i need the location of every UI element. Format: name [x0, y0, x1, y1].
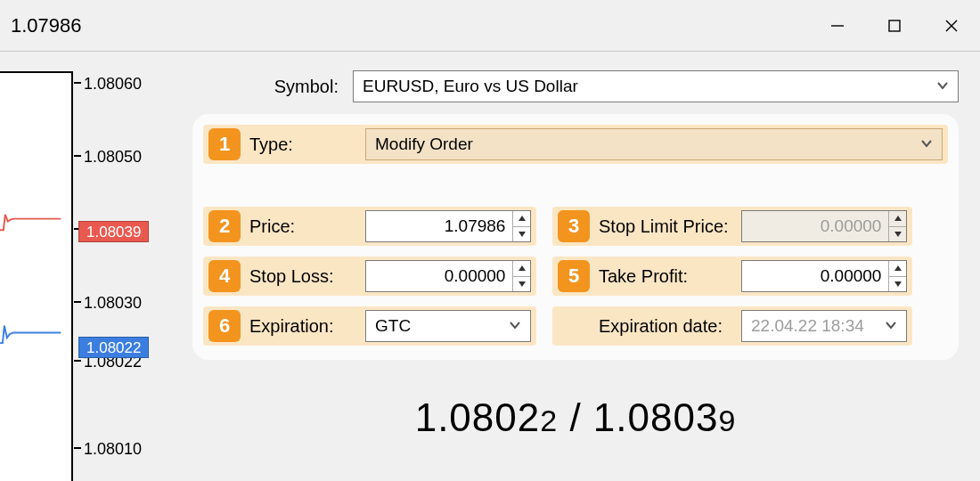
expiration-value: GTC — [375, 316, 411, 336]
step-badge-4: 4 — [208, 260, 241, 292]
titlebar: 1.07986 — [0, 0, 980, 52]
expiration-date-value: 22.04.22 18:34 — [751, 316, 864, 336]
bid-price-tag: 1.08022 — [78, 337, 149, 358]
stop-limit-price-input — [741, 210, 907, 242]
chevron-down-icon — [509, 316, 521, 336]
svg-marker-7 — [894, 232, 902, 237]
svg-marker-10 — [894, 265, 902, 271]
take-profit-label: Take Profit: — [599, 266, 732, 287]
svg-marker-9 — [519, 281, 526, 287]
step-badge-5: 5 — [558, 260, 590, 292]
chart-panel: 1.08060 1.08050 1.08040 1.08030 1.08022 … — [0, 52, 167, 481]
bid-ask-quote: 1.08022 / 1.08039 — [192, 395, 959, 440]
close-button[interactable] — [923, 0, 980, 51]
order-form: Symbol: EURUSD, Euro vs US Dollar 1 Type… — [167, 52, 980, 481]
spin-up-button[interactable] — [513, 261, 530, 277]
symbol-select[interactable]: EURUSD, Euro vs US Dollar — [353, 70, 959, 102]
y-tick-label: 1.08010 — [84, 440, 142, 459]
spin-down-button — [889, 227, 906, 242]
stop-loss-input[interactable] — [365, 260, 531, 292]
step-badge-1: 1 — [208, 128, 241, 160]
chevron-down-icon — [936, 77, 949, 96]
spin-up-button[interactable] — [889, 261, 906, 277]
bid-price-last-digit: 2 — [540, 404, 558, 437]
step-badge-6: 6 — [208, 310, 241, 342]
stop-limit-price-field — [742, 211, 888, 241]
spin-up-button — [889, 211, 906, 227]
modify-order-panel: 1 Type: Modify Order 2 Price: — [192, 114, 959, 360]
svg-rect-1 — [889, 20, 900, 31]
y-tick-label: 1.08060 — [84, 75, 142, 94]
price-row: 2 Price: 3 Stop Limit Price: — [203, 207, 948, 246]
y-tick-label: 1.08050 — [84, 148, 142, 167]
expiration-date-label: Expiration date: — [599, 316, 732, 337]
svg-marker-11 — [894, 281, 902, 287]
step-badge-3: 3 — [558, 210, 590, 242]
svg-marker-4 — [519, 216, 526, 221]
type-select[interactable]: Modify Order — [365, 128, 943, 160]
window-buttons — [809, 0, 980, 51]
window-title: 1.07986 — [11, 14, 82, 37]
price-sparkline — [0, 73, 71, 481]
stop-loss-label: Stop Loss: — [249, 266, 356, 287]
stop-limit-price-label: Stop Limit Price: — [599, 216, 732, 237]
stop-loss-field[interactable] — [366, 261, 512, 291]
svg-marker-5 — [519, 232, 526, 237]
symbol-value: EURUSD, Euro vs US Dollar — [363, 77, 578, 96]
chevron-down-icon — [920, 135, 933, 154]
expiration-date-select: 22.04.22 18:34 — [741, 310, 907, 342]
symbol-row: Symbol: EURUSD, Euro vs US Dollar — [192, 69, 959, 103]
spin-down-button[interactable] — [513, 277, 530, 292]
take-profit-input[interactable] — [741, 260, 907, 292]
spin-down-button[interactable] — [889, 277, 906, 292]
quote-separator: / — [558, 395, 593, 439]
expiration-select[interactable]: GTC — [365, 310, 531, 342]
price-input[interactable] — [365, 210, 531, 242]
type-label: Type: — [249, 135, 356, 155]
type-value: Modify Order — [375, 135, 473, 154]
expiration-row: 6 Expiration: GTC Expiration date: 22.04… — [203, 306, 948, 346]
y-tick-label: 1.08030 — [84, 294, 142, 313]
spin-up-button[interactable] — [513, 211, 530, 227]
price-field[interactable] — [366, 211, 512, 241]
minimize-button[interactable] — [809, 0, 866, 51]
chart-canvas — [0, 71, 73, 481]
chevron-down-icon — [885, 316, 897, 336]
ask-price-tag: 1.08039 — [78, 221, 149, 242]
type-row: 1 Type: Modify Order — [203, 125, 948, 164]
price-label: Price: — [249, 216, 356, 237]
bid-price-main: 1.0802 — [415, 395, 541, 439]
expiration-label: Expiration: — [249, 316, 356, 337]
sl-tp-row: 4 Stop Loss: 5 Take Profit: — [203, 257, 948, 296]
step-badge-2: 2 — [208, 210, 241, 242]
ask-price-main: 1.0803 — [593, 395, 719, 439]
spin-down-button[interactable] — [513, 227, 530, 242]
maximize-button[interactable] — [866, 0, 923, 51]
svg-marker-6 — [894, 216, 902, 221]
take-profit-field[interactable] — [742, 261, 888, 291]
svg-marker-8 — [519, 265, 526, 271]
ask-price-last-digit: 9 — [718, 404, 736, 437]
symbol-label: Symbol: — [192, 77, 344, 97]
